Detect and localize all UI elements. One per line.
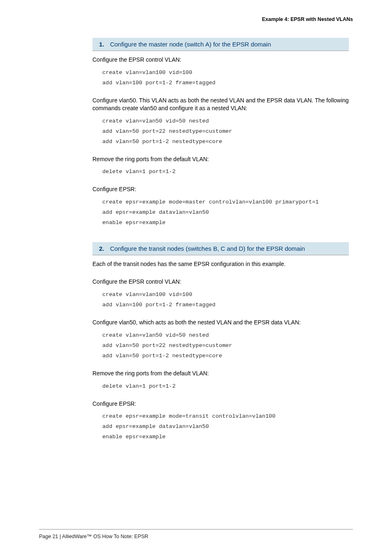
step-heading-2: 2. Configure the transit nodes (switches… (92, 242, 349, 255)
code-block: delete vlan=1 port=1-2 (102, 382, 349, 392)
desc: Remove the ring ports from the default V… (92, 370, 349, 377)
desc: Configure vlan50. This VLAN acts as both… (92, 97, 349, 112)
step-title: Configure the master node (switch A) for… (110, 41, 271, 48)
desc: Configure vlan50, which acts as both the… (92, 319, 349, 326)
code-block: create vlan=vlan50 vid=50 nested add vla… (102, 331, 349, 361)
code-block: create vlan=vlan50 vid=50 nested add vla… (102, 116, 349, 147)
page-footer: Page 21 | AlliedWare™ OS How To Note: EP… (39, 534, 148, 539)
code-block: create vlan=vlan100 vid=100 add vlan=100… (102, 68, 349, 88)
step-heading-1: 1. Configure the master node (switch A) … (92, 38, 349, 51)
step-number: 2. (99, 245, 104, 252)
desc: Configure the EPSR control VLAN: (92, 278, 349, 286)
code-block: create epsr=example mode=master controlv… (102, 197, 349, 228)
desc: Configure the EPSR control VLAN: (92, 56, 349, 64)
code-block: create vlan=vlan100 vid=100 add vlan=100… (102, 290, 349, 310)
code-block: create epsr=example mode=transit control… (102, 412, 349, 442)
step-number: 1. (99, 41, 104, 48)
content: 1. Configure the master node (switch A) … (92, 38, 349, 442)
desc: Configure EPSR: (92, 185, 349, 193)
code-block: delete vlan=1 port=1-2 (102, 167, 349, 177)
intro-text: Each of the transit nodes has the same E… (92, 260, 349, 268)
footer-rule (39, 529, 353, 530)
page-header: Example 4: EPSR with Nested VLANs (39, 16, 353, 22)
desc: Remove the ring ports from the default V… (92, 155, 349, 163)
desc: Configure EPSR: (92, 400, 349, 408)
step-title: Configure the transit nodes (switches B,… (110, 245, 305, 252)
